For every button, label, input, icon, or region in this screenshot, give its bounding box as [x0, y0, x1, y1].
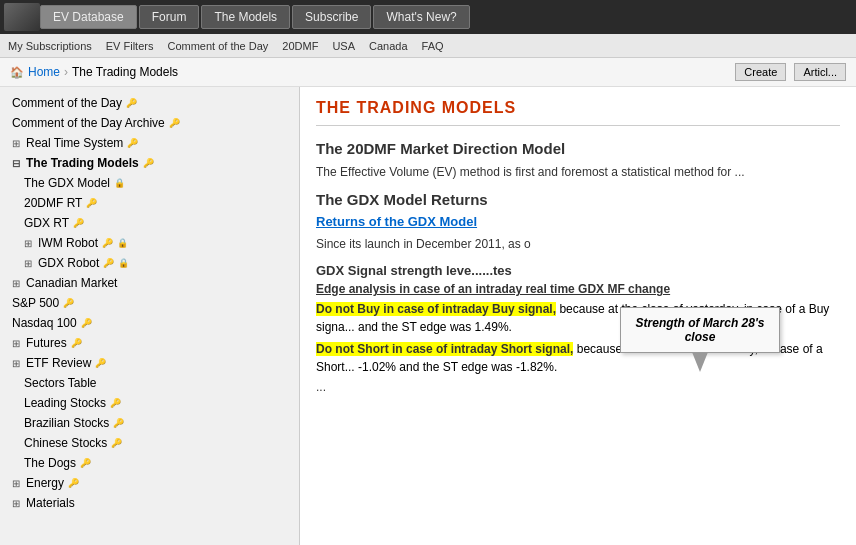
nav-whats-new[interactable]: What's New?	[373, 5, 469, 29]
sidebar-item-chinese-stocks[interactable]: Chinese Stocks 🔑	[0, 433, 299, 453]
sec-nav-usa[interactable]: USA	[332, 40, 355, 52]
sidebar-item-sectors-table[interactable]: Sectors Table	[0, 373, 299, 393]
materials-label: Materials	[26, 496, 75, 510]
sidebar-item-gdx-robot[interactable]: ⊞ GDX Robot 🔑 🔒	[0, 253, 299, 273]
brazilian-stocks-label: Brazilian Stocks	[24, 416, 109, 430]
expand-icon-materials: ⊞	[12, 498, 20, 509]
key-icon-gdx-robot: 🔑	[103, 258, 114, 268]
sidebar-item-trading-models[interactable]: ⊟ The Trading Models 🔑	[0, 153, 299, 173]
leading-stocks-label: Leading Stocks	[24, 396, 106, 410]
key-icon-trading-models: 🔑	[143, 158, 154, 168]
sidebar-item-brazilian-stocks[interactable]: Brazilian Stocks 🔑	[0, 413, 299, 433]
chinese-stocks-label: Chinese Stocks	[24, 436, 107, 450]
secondary-navigation: My Subscriptions EV Filters Comment of t…	[0, 34, 856, 58]
sidebar-item-canadian-market[interactable]: ⊞ Canadian Market	[0, 273, 299, 293]
key-icon-rts: 🔑	[127, 138, 138, 148]
content-area: THE TRADING MODELS The 20DMF Market Dire…	[300, 87, 856, 545]
key-icon-energy: 🔑	[68, 478, 79, 488]
expand-icon-iwm: ⊞	[24, 238, 32, 249]
sidebar-item-energy[interactable]: ⊞ Energy 🔑	[0, 473, 299, 493]
expand-icon-etf: ⊞	[12, 358, 20, 369]
sidebar-item-materials[interactable]: ⊞ Materials	[0, 493, 299, 513]
nav-models[interactable]: The Models	[201, 5, 290, 29]
gdx-signal-title: GDX Signal strength leve......tes	[316, 263, 840, 278]
real-time-system-label: Real Time System	[26, 136, 123, 150]
sidebar-item-20dmf-rt[interactable]: 20DMF RT 🔑	[0, 193, 299, 213]
sidebar-item-sp500[interactable]: S&P 500 🔑	[0, 293, 299, 313]
nav-subscribe[interactable]: Subscribe	[292, 5, 371, 29]
expand-icon-rts: ⊞	[12, 138, 20, 149]
canadian-market-label: Canadian Market	[26, 276, 117, 290]
highlight-short-signal: Do not Short in case of intraday Short s…	[316, 342, 573, 356]
gdx-returns-title: The GDX Model Returns	[316, 191, 840, 208]
sidebar-item-nasdaq100[interactable]: Nasdaq 100 🔑	[0, 313, 299, 333]
sec-nav-my-subscriptions[interactable]: My Subscriptions	[8, 40, 92, 52]
key-icon-comment-archive: 🔑	[169, 118, 180, 128]
lock-icon-gdx-robot: 🔒	[118, 258, 129, 268]
sec-nav-canada[interactable]: Canada	[369, 40, 408, 52]
sec-nav-comment-day[interactable]: Comment of the Day	[167, 40, 268, 52]
sidebar-item-the-dogs[interactable]: The Dogs 🔑	[0, 453, 299, 473]
key-icon-comment-day: 🔑	[126, 98, 137, 108]
sec-nav-20dmf[interactable]: 20DMF	[282, 40, 318, 52]
gdx-robot-label: GDX Robot	[38, 256, 99, 270]
breadcrumb-current: The Trading Models	[72, 65, 178, 79]
breadcrumb: 🏠 Home › The Trading Models Create Artic…	[0, 58, 856, 87]
sidebar: Comment of the Day 🔑 Comment of the Day …	[0, 87, 300, 545]
nasdaq100-label: Nasdaq 100	[12, 316, 77, 330]
sidebar-item-iwm-robot[interactable]: ⊞ IWM Robot 🔑 🔒	[0, 233, 299, 253]
futures-label: Futures	[26, 336, 67, 350]
gdx-returns-subtitle: Returns of the GDX Model	[316, 214, 840, 229]
expand-icon-trading-models: ⊟	[12, 158, 20, 169]
sectors-table-label: Sectors Table	[24, 376, 97, 390]
expand-icon-energy: ⊞	[12, 478, 20, 489]
tooltip-arrow	[692, 352, 708, 372]
key-icon-etf: 🔑	[95, 358, 106, 368]
content-ellipsis: ...	[316, 380, 840, 394]
comment-archive-label: Comment of the Day Archive	[12, 116, 165, 130]
iwm-robot-label: IWM Robot	[38, 236, 98, 250]
nav-forum[interactable]: Forum	[139, 5, 200, 29]
key-icon-chinese: 🔑	[111, 438, 122, 448]
key-icon-iwm: 🔑	[102, 238, 113, 248]
sidebar-item-real-time-system[interactable]: ⊞ Real Time System 🔑	[0, 133, 299, 153]
sidebar-item-leading-stocks[interactable]: Leading Stocks 🔑	[0, 393, 299, 413]
key-icon-sp500: 🔑	[63, 298, 74, 308]
logo	[4, 3, 40, 31]
section-20dmf-title: The 20DMF Market Direction Model	[316, 140, 840, 157]
create-button[interactable]: Create	[735, 63, 786, 81]
lock-icon-iwm: 🔒	[117, 238, 128, 248]
highlight-buy-signal: Do not Buy in case of intraday Buy signa…	[316, 302, 556, 316]
20dmf-rt-label: 20DMF RT	[24, 196, 82, 210]
edge-title: Edge analysis in case of an intraday rea…	[316, 282, 840, 296]
breadcrumb-home[interactable]: Home	[28, 65, 60, 79]
article-button[interactable]: Articl...	[794, 63, 846, 81]
section-20dmf: The 20DMF Market Direction Model The Eff…	[316, 140, 840, 181]
sec-nav-faq[interactable]: FAQ	[422, 40, 444, 52]
top-navigation: EV Database Forum The Models Subscribe W…	[0, 0, 856, 34]
energy-label: Energy	[26, 476, 64, 490]
sidebar-item-gdx-rt[interactable]: GDX RT 🔑	[0, 213, 299, 233]
expand-icon-gdx-robot: ⊞	[24, 258, 32, 269]
comment-day-label: Comment of the Day	[12, 96, 122, 110]
key-icon-nasdaq100: 🔑	[81, 318, 92, 328]
tooltip-box: Strength of March 28's close	[620, 307, 780, 353]
nav-ev-database[interactable]: EV Database	[40, 5, 137, 29]
key-icon-leading: 🔑	[110, 398, 121, 408]
key-icon-futures: 🔑	[71, 338, 82, 348]
gdx-model-label: The GDX Model	[24, 176, 110, 190]
key-icon-brazilian: 🔑	[113, 418, 124, 428]
sidebar-item-comment-day[interactable]: Comment of the Day 🔑	[0, 93, 299, 113]
section-20dmf-text: The Effective Volume (EV) method is firs…	[316, 163, 840, 181]
sidebar-item-gdx-model[interactable]: The GDX Model 🔒	[0, 173, 299, 193]
key-icon-dogs: 🔑	[80, 458, 91, 468]
sidebar-item-comment-archive[interactable]: Comment of the Day Archive 🔑	[0, 113, 299, 133]
sidebar-item-etf-review[interactable]: ⊞ ETF Review 🔑	[0, 353, 299, 373]
sidebar-item-futures[interactable]: ⊞ Futures 🔑	[0, 333, 299, 353]
tooltip-text: Strength of March 28's close	[636, 316, 765, 344]
gdx-returns-text: Since its launch in December 2011, as o	[316, 235, 840, 253]
sec-nav-ev-filters[interactable]: EV Filters	[106, 40, 154, 52]
sp500-label: S&P 500	[12, 296, 59, 310]
key-icon-20dmf-rt: 🔑	[86, 198, 97, 208]
the-dogs-label: The Dogs	[24, 456, 76, 470]
